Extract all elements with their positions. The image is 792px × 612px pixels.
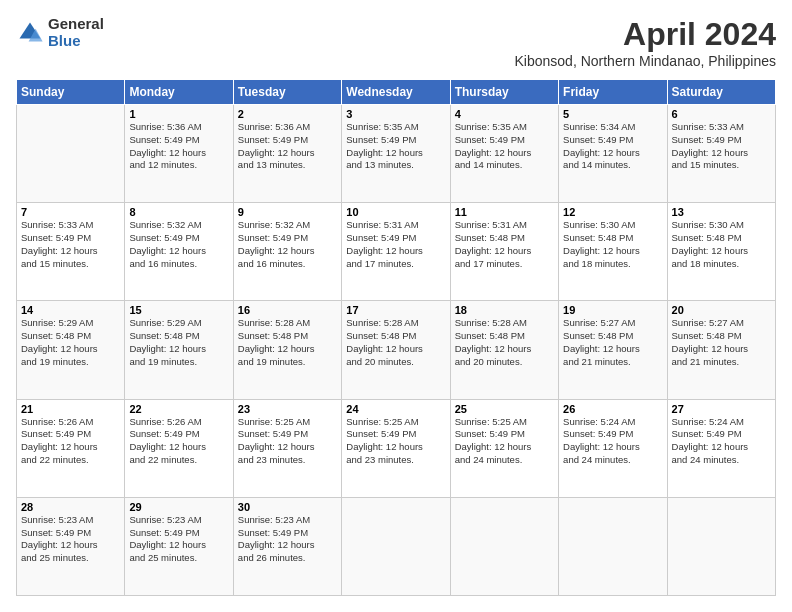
header: General Blue April 2024 Kibonsod, Northe… xyxy=(16,16,776,69)
day-info: Sunrise: 5:35 AM Sunset: 5:49 PM Dayligh… xyxy=(346,121,445,172)
calendar-cell: 27Sunrise: 5:24 AM Sunset: 5:49 PM Dayli… xyxy=(667,399,775,497)
calendar-cell xyxy=(667,497,775,595)
day-number: 25 xyxy=(455,403,554,415)
calendar-cell: 6Sunrise: 5:33 AM Sunset: 5:49 PM Daylig… xyxy=(667,105,775,203)
logo: General Blue xyxy=(16,16,104,49)
calendar-cell xyxy=(559,497,667,595)
calendar-row-0: 1Sunrise: 5:36 AM Sunset: 5:49 PM Daylig… xyxy=(17,105,776,203)
day-info: Sunrise: 5:36 AM Sunset: 5:49 PM Dayligh… xyxy=(129,121,228,172)
day-info: Sunrise: 5:23 AM Sunset: 5:49 PM Dayligh… xyxy=(129,514,228,565)
logo-blue: Blue xyxy=(48,33,104,50)
day-info: Sunrise: 5:34 AM Sunset: 5:49 PM Dayligh… xyxy=(563,121,662,172)
calendar-cell: 12Sunrise: 5:30 AM Sunset: 5:48 PM Dayli… xyxy=(559,203,667,301)
calendar-cell xyxy=(342,497,450,595)
day-number: 27 xyxy=(672,403,771,415)
subtitle: Kibonsod, Northern Mindanao, Philippines xyxy=(515,53,777,69)
calendar-cell: 1Sunrise: 5:36 AM Sunset: 5:49 PM Daylig… xyxy=(125,105,233,203)
calendar-cell: 21Sunrise: 5:26 AM Sunset: 5:49 PM Dayli… xyxy=(17,399,125,497)
day-info: Sunrise: 5:24 AM Sunset: 5:49 PM Dayligh… xyxy=(563,416,662,467)
day-number: 14 xyxy=(21,304,120,316)
col-monday: Monday xyxy=(125,80,233,105)
day-info: Sunrise: 5:23 AM Sunset: 5:49 PM Dayligh… xyxy=(238,514,337,565)
calendar-cell: 24Sunrise: 5:25 AM Sunset: 5:49 PM Dayli… xyxy=(342,399,450,497)
day-info: Sunrise: 5:25 AM Sunset: 5:49 PM Dayligh… xyxy=(238,416,337,467)
day-number: 1 xyxy=(129,108,228,120)
day-number: 22 xyxy=(129,403,228,415)
day-info: Sunrise: 5:36 AM Sunset: 5:49 PM Dayligh… xyxy=(238,121,337,172)
day-number: 18 xyxy=(455,304,554,316)
calendar-row-4: 28Sunrise: 5:23 AM Sunset: 5:49 PM Dayli… xyxy=(17,497,776,595)
day-number: 3 xyxy=(346,108,445,120)
calendar-row-2: 14Sunrise: 5:29 AM Sunset: 5:48 PM Dayli… xyxy=(17,301,776,399)
calendar-cell: 26Sunrise: 5:24 AM Sunset: 5:49 PM Dayli… xyxy=(559,399,667,497)
day-info: Sunrise: 5:27 AM Sunset: 5:48 PM Dayligh… xyxy=(672,317,771,368)
day-info: Sunrise: 5:32 AM Sunset: 5:49 PM Dayligh… xyxy=(238,219,337,270)
day-number: 8 xyxy=(129,206,228,218)
day-number: 11 xyxy=(455,206,554,218)
calendar-cell: 28Sunrise: 5:23 AM Sunset: 5:49 PM Dayli… xyxy=(17,497,125,595)
day-number: 24 xyxy=(346,403,445,415)
day-number: 17 xyxy=(346,304,445,316)
calendar-cell: 8Sunrise: 5:32 AM Sunset: 5:49 PM Daylig… xyxy=(125,203,233,301)
day-info: Sunrise: 5:33 AM Sunset: 5:49 PM Dayligh… xyxy=(21,219,120,270)
day-info: Sunrise: 5:25 AM Sunset: 5:49 PM Dayligh… xyxy=(455,416,554,467)
logo-general: General xyxy=(48,16,104,33)
day-number: 7 xyxy=(21,206,120,218)
day-info: Sunrise: 5:26 AM Sunset: 5:49 PM Dayligh… xyxy=(21,416,120,467)
day-number: 2 xyxy=(238,108,337,120)
title-block: April 2024 Kibonsod, Northern Mindanao, … xyxy=(515,16,777,69)
day-number: 26 xyxy=(563,403,662,415)
col-saturday: Saturday xyxy=(667,80,775,105)
day-info: Sunrise: 5:31 AM Sunset: 5:49 PM Dayligh… xyxy=(346,219,445,270)
calendar-cell: 18Sunrise: 5:28 AM Sunset: 5:48 PM Dayli… xyxy=(450,301,558,399)
day-number: 5 xyxy=(563,108,662,120)
day-info: Sunrise: 5:31 AM Sunset: 5:48 PM Dayligh… xyxy=(455,219,554,270)
day-info: Sunrise: 5:32 AM Sunset: 5:49 PM Dayligh… xyxy=(129,219,228,270)
day-info: Sunrise: 5:33 AM Sunset: 5:49 PM Dayligh… xyxy=(672,121,771,172)
calendar-cell: 30Sunrise: 5:23 AM Sunset: 5:49 PM Dayli… xyxy=(233,497,341,595)
calendar-row-1: 7Sunrise: 5:33 AM Sunset: 5:49 PM Daylig… xyxy=(17,203,776,301)
day-number: 30 xyxy=(238,501,337,513)
calendar-table: Sunday Monday Tuesday Wednesday Thursday… xyxy=(16,79,776,596)
logo-icon xyxy=(16,19,44,47)
day-info: Sunrise: 5:23 AM Sunset: 5:49 PM Dayligh… xyxy=(21,514,120,565)
day-number: 9 xyxy=(238,206,337,218)
calendar-cell: 15Sunrise: 5:29 AM Sunset: 5:48 PM Dayli… xyxy=(125,301,233,399)
day-number: 4 xyxy=(455,108,554,120)
calendar-cell: 3Sunrise: 5:35 AM Sunset: 5:49 PM Daylig… xyxy=(342,105,450,203)
day-number: 28 xyxy=(21,501,120,513)
calendar-cell: 4Sunrise: 5:35 AM Sunset: 5:49 PM Daylig… xyxy=(450,105,558,203)
day-info: Sunrise: 5:28 AM Sunset: 5:48 PM Dayligh… xyxy=(455,317,554,368)
calendar-cell: 5Sunrise: 5:34 AM Sunset: 5:49 PM Daylig… xyxy=(559,105,667,203)
calendar-cell: 16Sunrise: 5:28 AM Sunset: 5:48 PM Dayli… xyxy=(233,301,341,399)
day-info: Sunrise: 5:28 AM Sunset: 5:48 PM Dayligh… xyxy=(346,317,445,368)
col-wednesday: Wednesday xyxy=(342,80,450,105)
col-sunday: Sunday xyxy=(17,80,125,105)
day-info: Sunrise: 5:24 AM Sunset: 5:49 PM Dayligh… xyxy=(672,416,771,467)
calendar-cell: 11Sunrise: 5:31 AM Sunset: 5:48 PM Dayli… xyxy=(450,203,558,301)
day-info: Sunrise: 5:30 AM Sunset: 5:48 PM Dayligh… xyxy=(563,219,662,270)
day-number: 6 xyxy=(672,108,771,120)
calendar-cell: 29Sunrise: 5:23 AM Sunset: 5:49 PM Dayli… xyxy=(125,497,233,595)
calendar-cell: 10Sunrise: 5:31 AM Sunset: 5:49 PM Dayli… xyxy=(342,203,450,301)
calendar-cell: 2Sunrise: 5:36 AM Sunset: 5:49 PM Daylig… xyxy=(233,105,341,203)
calendar-cell: 9Sunrise: 5:32 AM Sunset: 5:49 PM Daylig… xyxy=(233,203,341,301)
day-number: 29 xyxy=(129,501,228,513)
day-number: 12 xyxy=(563,206,662,218)
day-number: 15 xyxy=(129,304,228,316)
day-info: Sunrise: 5:28 AM Sunset: 5:48 PM Dayligh… xyxy=(238,317,337,368)
day-number: 10 xyxy=(346,206,445,218)
calendar-cell xyxy=(17,105,125,203)
day-info: Sunrise: 5:29 AM Sunset: 5:48 PM Dayligh… xyxy=(21,317,120,368)
page: General Blue April 2024 Kibonsod, Northe… xyxy=(0,0,792,612)
calendar-cell: 20Sunrise: 5:27 AM Sunset: 5:48 PM Dayli… xyxy=(667,301,775,399)
col-friday: Friday xyxy=(559,80,667,105)
day-info: Sunrise: 5:30 AM Sunset: 5:48 PM Dayligh… xyxy=(672,219,771,270)
calendar-row-3: 21Sunrise: 5:26 AM Sunset: 5:49 PM Dayli… xyxy=(17,399,776,497)
calendar-cell xyxy=(450,497,558,595)
day-info: Sunrise: 5:25 AM Sunset: 5:49 PM Dayligh… xyxy=(346,416,445,467)
calendar-cell: 25Sunrise: 5:25 AM Sunset: 5:49 PM Dayli… xyxy=(450,399,558,497)
day-info: Sunrise: 5:26 AM Sunset: 5:49 PM Dayligh… xyxy=(129,416,228,467)
col-tuesday: Tuesday xyxy=(233,80,341,105)
day-info: Sunrise: 5:29 AM Sunset: 5:48 PM Dayligh… xyxy=(129,317,228,368)
